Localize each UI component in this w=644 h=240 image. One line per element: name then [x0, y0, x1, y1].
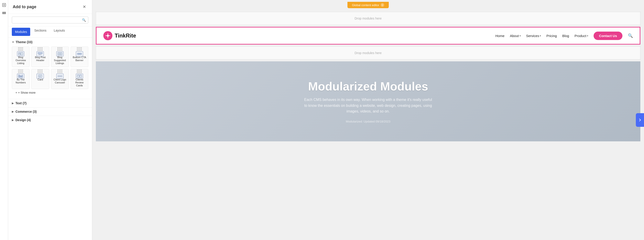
theme-group: ▼ Theme (33) Blog Overview Listing — [8, 38, 92, 99]
module-by-the-numbers[interactable]: By The Numbers — [12, 69, 30, 89]
module-card[interactable]: Card — [31, 69, 49, 89]
search-box: 🔍 — [12, 17, 88, 24]
svg-rect-4 — [2, 13, 6, 14]
module-icon-blog-overview — [16, 49, 25, 55]
nav-product-label: Product — [574, 34, 586, 38]
commerce-section-header[interactable]: ▶ Commerce (3) — [12, 110, 88, 113]
top-drop-zone-label: Drop modules here — [354, 17, 382, 20]
nav-link-about[interactable]: About ▾ — [510, 34, 520, 38]
module-icon-review-cards — [76, 71, 84, 77]
add-page-icon[interactable] — [1, 2, 7, 8]
svg-rect-13 — [59, 53, 61, 55]
nav-link-services[interactable]: Services ▾ — [526, 34, 541, 38]
top-drop-zone[interactable]: Drop modules here — [96, 12, 640, 25]
module-icon-card — [36, 71, 44, 77]
hero-section: Modularized Modules Each CMS behaves in … — [96, 61, 640, 141]
search-input[interactable] — [14, 18, 82, 22]
nav-services-label: Services — [526, 34, 539, 38]
global-banner-label: Global content editor — [352, 4, 379, 7]
services-chevron-icon: ▾ — [540, 35, 541, 37]
module-blog-post-header[interactable]: Blog Post Header — [31, 47, 49, 67]
product-chevron-icon: ▾ — [587, 35, 588, 37]
module-label-review-cards: Clients Review Cards — [72, 78, 87, 87]
nav-about-label: About — [510, 34, 519, 38]
nav-links: Home About ▾ Services ▾ Pricing Blog Pro — [495, 32, 633, 40]
svg-rect-3 — [2, 12, 6, 13]
right-edge-icon — [638, 118, 642, 122]
panel-title: Add to page — [13, 5, 36, 9]
theme-group-label: Theme (33) — [16, 40, 32, 44]
tab-layouts[interactable]: Layouts — [51, 26, 68, 37]
text-section-header[interactable]: ▶ Text (7) — [12, 101, 88, 105]
modules-grid: Blog Overview Listing Blog Post Header — [12, 47, 88, 89]
svg-rect-9 — [38, 53, 42, 54]
module-blog-suggested[interactable]: Blog Suggested Listings — [51, 47, 69, 67]
hero-title: Modularized Modules — [308, 80, 428, 93]
about-chevron-icon: ▾ — [520, 35, 521, 37]
module-icon-bottom-cta — [76, 49, 84, 55]
nav-link-blog[interactable]: Blog — [562, 34, 569, 38]
contact-us-button[interactable]: Contact Us — [594, 32, 622, 40]
search-container: 🔍 — [8, 14, 92, 26]
show-more-icon: + — [16, 91, 17, 94]
module-label-bottom-cta: Bottom CTA Banner — [72, 56, 87, 62]
svg-point-24 — [58, 76, 59, 77]
module-label-logo-carousel: Client Logo Carousel — [52, 78, 68, 84]
text-chevron-icon: ▶ — [12, 102, 14, 105]
show-more-button[interactable]: + + Show more — [16, 91, 85, 94]
module-clients-review[interactable]: Clients Review Cards — [70, 69, 88, 89]
module-label-by-numbers: By The Numbers — [13, 78, 28, 84]
svg-rect-17 — [18, 75, 19, 78]
nav-link-product[interactable]: Product ▾ — [574, 34, 588, 38]
module-client-logo-carousel[interactable]: Client Logo Carousel — [51, 69, 69, 89]
nav-home-label: Home — [495, 34, 504, 38]
nav-blog-label: Blog — [562, 34, 569, 38]
right-content: Global content editor i Drop modules her… — [92, 0, 644, 240]
bottom-drop-zone-label: Drop modules here — [354, 51, 382, 55]
nav-link-home[interactable]: Home — [495, 34, 504, 38]
right-edge-tab[interactable] — [636, 113, 644, 127]
global-banner: Global content editor i — [92, 0, 644, 10]
bottom-drop-zone[interactable]: Drop modules here — [96, 46, 640, 60]
show-more-label: + Show more — [18, 91, 36, 94]
svg-rect-19 — [21, 76, 22, 78]
brand-name: TinkRite — [115, 33, 136, 39]
svg-point-29 — [78, 75, 78, 76]
theme-chevron-down-icon: ▼ — [12, 41, 14, 43]
brand-logo: TinkRite — [103, 31, 136, 40]
svg-rect-6 — [21, 53, 23, 55]
close-panel-button[interactable]: ✕ — [81, 4, 88, 10]
nav-link-pricing[interactable]: Pricing — [546, 34, 557, 38]
sidebar-icon-bar — [0, 0, 8, 240]
module-blog-overview-listing[interactable]: Blog Overview Listing — [12, 47, 30, 67]
svg-rect-18 — [20, 75, 20, 78]
global-banner-inner: Global content editor i — [348, 2, 389, 8]
svg-rect-20 — [22, 75, 23, 78]
module-bottom-cta[interactable]: Bottom CTA Banner — [70, 47, 88, 67]
nav-pricing-label: Pricing — [546, 34, 557, 38]
tab-modules[interactable]: Modules — [12, 28, 30, 36]
svg-rect-12 — [58, 53, 59, 55]
tab-sections[interactable]: Sections — [31, 26, 50, 37]
left-panel: Add to page ✕ 🔍 Modules Sections Layouts… — [8, 0, 92, 240]
hero-meta: Modularized: Updated 09/18/2023 — [346, 120, 390, 123]
design-section: ▶ Design (4) — [8, 116, 92, 124]
text-section: ▶ Text (7) — [8, 99, 92, 107]
navbar-search-icon[interactable]: 🔍 — [628, 33, 633, 38]
brand-logo-icon — [103, 31, 112, 40]
design-section-header[interactable]: ▶ Design (4) — [12, 118, 88, 122]
search-icon: 🔍 — [82, 18, 86, 22]
panel-header: Add to page ✕ — [8, 0, 92, 14]
layers-icon[interactable] — [1, 10, 7, 16]
design-chevron-icon: ▶ — [12, 119, 14, 122]
module-label-blog-suggested: Blog Suggested Listings — [52, 56, 68, 65]
theme-group-header[interactable]: ▼ Theme (33) — [12, 40, 88, 44]
text-section-label: Text (7) — [16, 101, 26, 105]
module-icon-logo-carousel — [56, 71, 64, 77]
hero-subtitle: Each CMS behaves in its own way. When wo… — [302, 97, 434, 114]
module-label-blog-post: Blog Post Header — [32, 56, 48, 62]
commerce-section: ▶ Commerce (3) — [8, 107, 92, 116]
design-section-label: Design (4) — [16, 118, 31, 122]
svg-point-30 — [80, 75, 81, 76]
module-label-card: Card — [38, 78, 43, 81]
